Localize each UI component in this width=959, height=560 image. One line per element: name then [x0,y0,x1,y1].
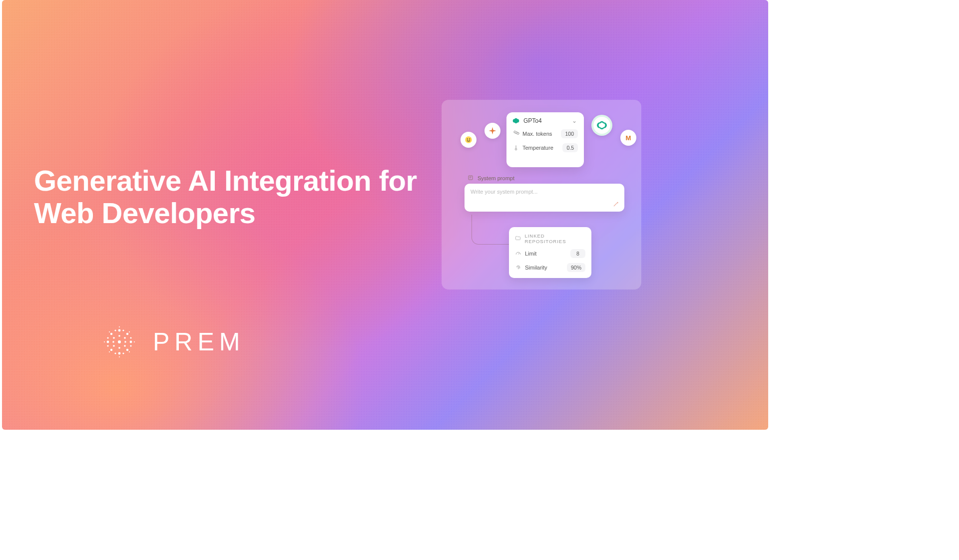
svg-rect-38 [469,176,473,180]
system-prompt-placeholder: Write your system prompt... [471,189,537,195]
svg-point-25 [109,331,110,332]
hero-banner: Generative AI Integration for Web Develo… [2,0,768,430]
provider-bubble-mistral[interactable]: M [620,130,636,146]
folder-icon [515,235,521,242]
param-temperature: Temperature 0.5 [512,143,578,152]
svg-point-31 [104,341,105,342]
svg-point-13 [107,337,108,338]
provider-bubble-openai[interactable] [591,115,612,136]
svg-point-20 [124,345,126,347]
headline: Generative AI Integration for Web Develo… [34,165,417,230]
svg-point-8 [126,349,128,351]
svg-point-4 [130,341,132,343]
svg-rect-36 [513,131,519,135]
openai-icon [512,117,519,124]
chevron-down-icon: ⌄ [572,117,577,124]
model-selector-card: GPTo4 ⌄ Max. tokens 100 Temperature 0.5 [506,112,584,167]
system-prompt-label-text: System prompt [478,175,514,181]
provider-bubble-spark[interactable] [484,123,500,139]
svg-point-0 [118,340,121,343]
svg-point-15 [130,337,131,338]
connector-line [472,215,511,245]
param-limit: Limit 8 [515,249,585,258]
svg-point-12 [122,352,124,354]
svg-point-34 [467,138,468,139]
headline-line-2: Web Developers [34,197,417,230]
svg-point-32 [134,341,135,342]
svg-point-1 [118,329,121,332]
svg-point-2 [118,352,121,355]
svg-point-7 [110,349,112,351]
temperature-label: Temperature [522,145,559,151]
svg-point-17 [113,337,115,339]
svg-point-21 [118,335,120,337]
gauge-icon [515,250,522,257]
thermometer-icon [512,144,519,151]
svg-point-18 [124,337,126,339]
svg-point-9 [114,329,116,331]
max-tokens-value[interactable]: 100 [561,129,578,138]
model-selected-label: GPTo4 [523,117,542,124]
similarity-label: Similarity [525,265,564,271]
limit-value[interactable]: 8 [570,249,585,258]
svg-point-14 [107,345,108,346]
svg-point-24 [124,341,126,343]
linked-repos-title: LINKED REPOSITORIES [515,233,585,244]
svg-point-10 [122,329,124,331]
svg-point-23 [112,341,114,343]
brand-name: PREM [153,327,245,356]
mistral-glyph: M [626,134,631,142]
fingerprint-icon [515,264,522,271]
svg-point-35 [469,138,470,139]
svg-point-28 [129,351,130,352]
svg-point-11 [114,352,116,354]
brand-lockup: PREM [102,324,245,359]
svg-point-19 [113,345,115,347]
svg-point-26 [129,331,130,332]
svg-point-27 [109,351,110,352]
headline-line-1: Generative AI Integration for [34,165,417,197]
note-icon [468,175,475,182]
model-select[interactable]: GPTo4 ⌄ [512,117,578,124]
magic-wand-icon[interactable] [612,201,619,208]
limit-label: Limit [525,251,567,257]
linked-repos-title-text: LINKED REPOSITORIES [524,233,585,244]
temperature-value[interactable]: 0.5 [562,143,578,152]
svg-point-5 [110,333,112,335]
param-similarity: Similarity 90% [515,263,585,272]
svg-point-29 [119,326,120,327]
max-tokens-label: Max. tokens [522,131,558,137]
config-panel: M GPTo4 ⌄ Max. tokens 100 T [442,100,641,289]
provider-bubble-hf[interactable] [461,132,477,148]
param-max-tokens: Max. tokens 100 [512,129,578,138]
svg-point-22 [118,347,120,349]
svg-point-3 [107,341,109,343]
svg-point-37 [515,148,517,150]
system-prompt-label: System prompt [468,175,514,182]
linked-repositories-card: LINKED REPOSITORIES Limit 8 Similarity 9… [509,227,591,278]
svg-point-33 [465,136,472,143]
system-prompt-input[interactable]: Write your system prompt... [465,184,624,212]
ruler-icon [512,130,519,137]
prem-logo-icon [102,324,137,359]
similarity-value[interactable]: 90% [567,263,585,272]
svg-point-6 [126,333,128,335]
svg-point-30 [119,356,120,357]
svg-point-16 [130,345,131,346]
